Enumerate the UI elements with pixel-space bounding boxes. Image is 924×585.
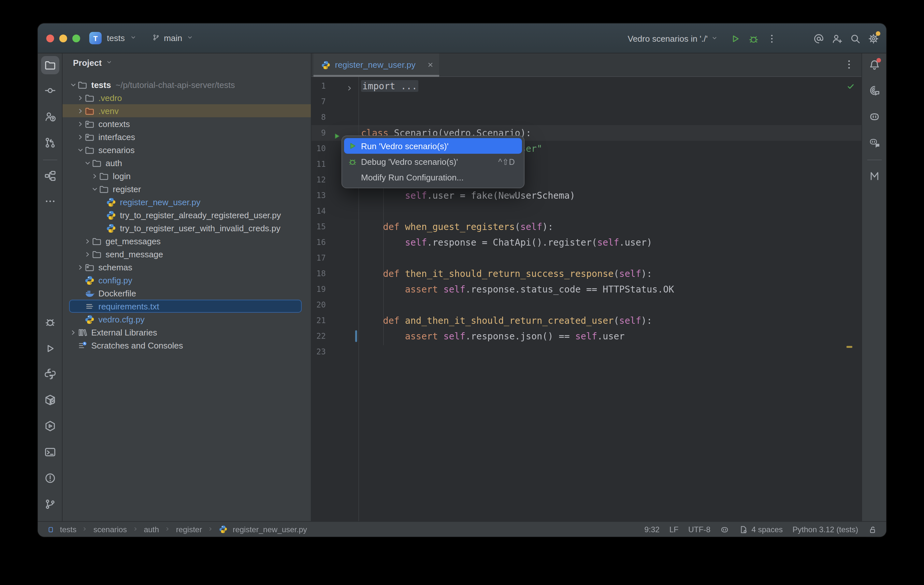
run-tool-button[interactable]: [41, 339, 59, 357]
tree-item-register-new-user[interactable]: register_new_user.py: [63, 195, 311, 208]
menu-item-run-scenario[interactable]: Run 'Vedro scenario(s)': [344, 138, 522, 154]
notifications-button[interactable]: [865, 56, 883, 74]
tree-item-send-message[interactable]: send_message: [63, 247, 311, 260]
code-line[interactable]: 17: [312, 250, 861, 266]
tree-item-venv-dir[interactable]: .venv: [63, 104, 311, 117]
close-window-button[interactable]: [46, 34, 54, 42]
breadcrumb-auth[interactable]: auth: [144, 525, 159, 534]
ai-assistant-chat-button[interactable]: [865, 81, 883, 100]
minimize-window-button[interactable]: [59, 34, 67, 42]
commit-tool-button[interactable]: [41, 81, 59, 100]
branch-widget[interactable]: main: [153, 33, 193, 43]
project-tool-button[interactable]: [41, 56, 59, 74]
tree-item-vedro-cfg[interactable]: vedro.cfg.py: [63, 313, 311, 326]
tree-item-try-already-registered[interactable]: try_to_register_already_registered_user.…: [63, 208, 311, 221]
code-line[interactable]: 20: [312, 297, 861, 313]
version-control-button[interactable]: [41, 495, 59, 513]
breadcrumb-scenarios[interactable]: scenarios: [94, 525, 127, 534]
code-line[interactable]: 21 def and_then_it_should_return_created…: [312, 313, 861, 328]
tree-item-requirements[interactable]: requirements.txt: [63, 300, 311, 313]
tab-register-new-user[interactable]: register_new_user.py: [314, 53, 439, 76]
chevron-right-icon[interactable]: [76, 262, 85, 272]
chevron-right-icon[interactable]: [83, 236, 92, 246]
tree-item-interfaces[interactable]: interfaces: [63, 130, 311, 143]
tree-item-external-libraries[interactable]: External Libraries: [63, 326, 311, 339]
caret-position[interactable]: 9:32: [644, 525, 660, 534]
breadcrumb-file[interactable]: register_new_user.py: [219, 525, 307, 534]
debug-tool-button[interactable]: [41, 313, 59, 331]
readonly-toggle[interactable]: [868, 525, 877, 534]
code-line[interactable]: 15 def when_guest_registers(self):: [312, 219, 861, 234]
tree-item-dockerfile[interactable]: Dockerfile: [63, 287, 311, 300]
chevron-right-icon[interactable]: [83, 249, 92, 259]
tree-item-scratches[interactable]: Scratches and Consoles: [63, 339, 311, 352]
chevron-right-icon[interactable]: [76, 106, 85, 115]
code-line[interactable]: 8: [312, 109, 861, 125]
services-tool-button[interactable]: [41, 417, 59, 435]
tree-item-config-py[interactable]: config.py: [63, 274, 311, 287]
code-line[interactable]: 19 assert self.response.status_code == H…: [312, 282, 861, 297]
tree-item-register[interactable]: register: [63, 183, 311, 195]
tab-options-icon[interactable]: [843, 59, 855, 73]
python-console-button[interactable]: [41, 365, 59, 383]
code-line[interactable]: 22 assert self.response.json() == self.u…: [312, 328, 861, 344]
chevron-down-icon[interactable]: [76, 145, 85, 154]
pull-requests-tool-button[interactable]: [41, 133, 59, 152]
tree-item-contexts[interactable]: contexts: [63, 117, 311, 130]
debug-button[interactable]: [744, 29, 762, 48]
structure-tool-button[interactable]: [41, 166, 59, 185]
tree-item-auth[interactable]: auth: [63, 157, 311, 170]
chevron-down-icon[interactable]: [90, 185, 99, 193]
copilot-button[interactable]: [865, 107, 883, 126]
menu-item-debug-scenario[interactable]: Debug 'Vedro scenario(s)'^⇧D: [344, 154, 522, 170]
breadcrumb-register[interactable]: register: [176, 525, 202, 534]
tree-item-scenarios[interactable]: scenarios: [63, 143, 311, 157]
python-interpreter[interactable]: Python 3.12 (tests): [793, 525, 858, 534]
close-tab-icon[interactable]: [427, 61, 434, 68]
tree-item-tests-root[interactable]: tests~/p/tutorial-chat-api-server/tests: [63, 78, 311, 91]
zoom-window-button[interactable]: [72, 34, 80, 42]
code-line[interactable]: 18 def then_it_should_return_success_res…: [312, 266, 861, 282]
terminal-tool-button[interactable]: [41, 443, 59, 461]
code-line[interactable]: 23: [312, 344, 861, 359]
code-line[interactable]: 13 self.user = fake(NewUserSchema): [312, 188, 861, 203]
run-gutter-icon[interactable]: [333, 129, 341, 137]
tree-item-try-invalid-creds[interactable]: try_to_register_user_with_invalid_creds.…: [63, 221, 311, 234]
settings-button[interactable]: [864, 29, 882, 48]
python-packages-button[interactable]: [41, 391, 59, 409]
tree-item-vedro-dir[interactable]: .vedro: [63, 91, 311, 104]
more-tool-windows-button[interactable]: [41, 192, 59, 211]
problems-tool-button[interactable]: [41, 469, 59, 487]
code-line[interactable]: 16 self.response = ChatApi().register(se…: [312, 234, 861, 250]
breadcrumb-tests[interactable]: tests: [47, 525, 77, 534]
chevron-right-icon[interactable]: [76, 93, 85, 102]
tree-item-login[interactable]: login: [63, 170, 311, 183]
ai-assistant-button[interactable]: [809, 29, 828, 48]
tree-item-get-messages[interactable]: get_messages: [63, 234, 311, 247]
copilot-chat-button[interactable]: [865, 133, 883, 152]
tree-item-schemas[interactable]: schemas: [63, 260, 311, 274]
chevron-right-icon[interactable]: [90, 171, 99, 180]
fold-arrow-icon[interactable]: [345, 81, 354, 90]
learn-tool-button[interactable]: [41, 107, 59, 126]
chevron-right-icon[interactable]: [76, 119, 85, 129]
chevron-down-icon[interactable]: [68, 80, 78, 89]
search-everywhere-button[interactable]: [846, 29, 864, 48]
chevron-down-icon[interactable]: [83, 158, 92, 167]
copilot-status[interactable]: [720, 525, 729, 534]
code-line[interactable]: 7: [312, 94, 861, 109]
chevron-right-icon[interactable]: [76, 132, 85, 142]
mellum-button[interactable]: [865, 166, 883, 185]
line-separator[interactable]: LF: [669, 525, 678, 534]
project-widget[interactable]: T tests: [89, 32, 137, 44]
run-button[interactable]: [726, 29, 744, 48]
file-encoding[interactable]: UTF-8: [688, 525, 711, 534]
code-line[interactable]: 1import ...: [312, 78, 861, 94]
run-configuration-selector[interactable]: Vedro scenarios in './': [627, 33, 718, 43]
code-with-me-button[interactable]: [828, 29, 846, 48]
chevron-right-icon[interactable]: [68, 328, 78, 337]
project-panel-header[interactable]: Project: [63, 53, 311, 72]
code-line[interactable]: 14: [312, 203, 861, 219]
inspections-ok-icon[interactable]: [846, 82, 855, 91]
indent-style[interactable]: 4 spaces: [739, 525, 783, 534]
